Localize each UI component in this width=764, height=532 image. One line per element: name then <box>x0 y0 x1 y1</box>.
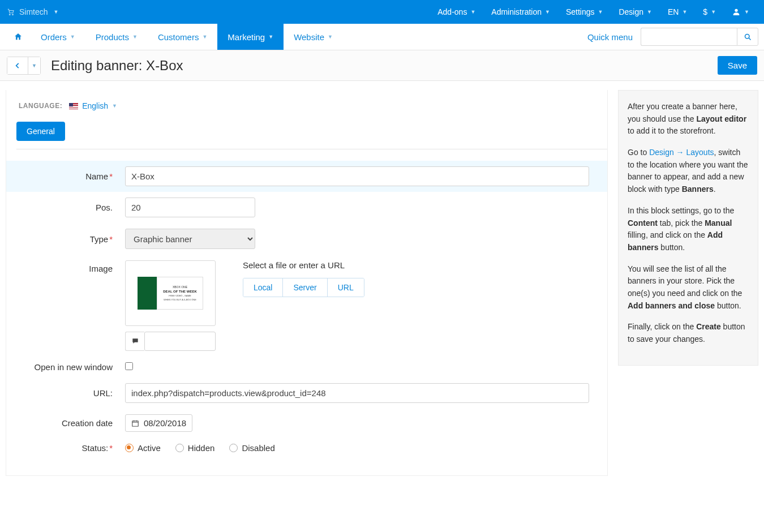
label-name: Name* <box>6 171 125 181</box>
svg-point-1 <box>12 14 14 15</box>
svg-point-2 <box>735 9 737 12</box>
label-creation-date: Creation date <box>6 418 125 428</box>
top-administration[interactable]: Administration▼ <box>483 7 558 16</box>
status-disabled-option[interactable]: Disabled <box>229 443 274 453</box>
status-active-option[interactable]: Active <box>125 443 161 453</box>
home-icon <box>14 32 23 41</box>
open-new-window-checkbox[interactable] <box>125 362 133 370</box>
caret-down-icon: ▼ <box>268 34 273 40</box>
speech-bubble-icon <box>131 337 139 345</box>
label-status: Status:* <box>6 443 125 453</box>
nav-marketing[interactable]: Marketing▼ <box>217 24 284 50</box>
global-search-input[interactable] <box>641 28 737 46</box>
save-button[interactable]: Save <box>718 56 757 75</box>
back-dropdown[interactable]: ▼ <box>28 57 40 74</box>
brand-label: Simtech <box>19 7 48 16</box>
caret-down-icon: ▼ <box>70 34 75 40</box>
pos-input[interactable] <box>125 198 255 217</box>
file-url-button[interactable]: URL <box>327 278 364 297</box>
caret-down-icon: ▼ <box>112 103 117 109</box>
caret-down-icon: ▼ <box>744 9 749 15</box>
user-icon <box>732 7 741 16</box>
nav-orders[interactable]: Orders▼ <box>31 24 85 50</box>
global-search-button[interactable] <box>737 28 758 46</box>
label-pos: Pos. <box>6 203 125 212</box>
status-hidden-radio[interactable] <box>175 444 184 452</box>
store-selector[interactable]: Simtech ▼ <box>7 7 59 16</box>
caret-down-icon: ▼ <box>132 34 138 40</box>
caret-down-icon: ▼ <box>647 9 652 15</box>
language-value: English <box>82 101 108 110</box>
calendar-icon <box>131 419 139 427</box>
top-design[interactable]: Design▼ <box>611 7 660 16</box>
caret-down-icon: ▼ <box>202 34 207 40</box>
type-select[interactable]: Graphic banner <box>125 229 255 249</box>
url-input[interactable] <box>125 383 589 403</box>
svg-rect-4 <box>132 421 139 426</box>
label-type: Type* <box>6 234 125 244</box>
search-icon <box>744 33 752 41</box>
creation-date-input[interactable]: 08/20/2018 <box>125 414 192 432</box>
label-image: Image <box>6 260 125 273</box>
arrow-left-icon <box>14 62 22 70</box>
top-addons[interactable]: Add-ons▼ <box>430 7 483 16</box>
top-currency[interactable]: $▼ <box>695 7 724 16</box>
caret-down-icon: ▼ <box>711 9 716 15</box>
top-user[interactable]: ▼ <box>724 7 757 16</box>
alt-text-icon-button[interactable] <box>125 332 144 351</box>
caret-down-icon: ▼ <box>32 63 37 68</box>
flag-us-icon <box>69 103 78 109</box>
label-open-new: Open in new window <box>6 362 125 372</box>
file-local-button[interactable]: Local <box>243 278 282 297</box>
svg-point-3 <box>745 34 749 38</box>
caret-down-icon: ▼ <box>545 9 550 15</box>
status-active-radio[interactable] <box>125 444 134 452</box>
caret-down-icon: ▼ <box>470 9 475 15</box>
name-input[interactable] <box>125 166 589 186</box>
banner-thumbnail: XBOX ONE DEAL OF THE WEEK FREE VIDEO - G… <box>138 277 203 310</box>
caret-down-icon: ▼ <box>328 34 333 40</box>
quick-menu[interactable]: Quick menu <box>580 24 641 50</box>
svg-point-0 <box>9 14 10 15</box>
caret-down-icon: ▼ <box>54 9 59 15</box>
nav-website[interactable]: Website▼ <box>284 24 343 50</box>
design-layouts-link[interactable]: Design → Layouts <box>649 148 714 157</box>
language-label: LANGUAGE: <box>19 102 62 110</box>
label-url: URL: <box>6 388 125 398</box>
top-language[interactable]: EN▼ <box>660 7 695 16</box>
file-server-button[interactable]: Server <box>282 278 327 297</box>
page-title: Editing banner: X-Box <box>51 58 183 74</box>
status-hidden-option[interactable]: Hidden <box>175 443 215 453</box>
creation-date-value: 08/20/2018 <box>144 418 186 428</box>
back-button[interactable] <box>7 57 28 74</box>
top-settings[interactable]: Settings▼ <box>558 7 611 16</box>
language-selector[interactable]: English ▼ <box>69 101 117 110</box>
status-disabled-radio[interactable] <box>229 444 238 452</box>
file-select-header: Select a file or enter a URL <box>243 260 364 270</box>
nav-customers[interactable]: Customers▼ <box>148 24 217 50</box>
tab-general[interactable]: General <box>16 122 65 141</box>
help-sidebar: After you create a banner here, you shou… <box>618 90 758 366</box>
image-preview[interactable]: XBOX ONE DEAL OF THE WEEK FREE VIDEO - G… <box>125 260 216 326</box>
nav-home[interactable] <box>6 24 31 50</box>
nav-products[interactable]: Products▼ <box>85 24 148 50</box>
alt-text-input[interactable] <box>144 332 216 351</box>
caret-down-icon: ▼ <box>598 9 603 15</box>
cart-icon <box>7 8 15 16</box>
caret-down-icon: ▼ <box>682 9 687 15</box>
